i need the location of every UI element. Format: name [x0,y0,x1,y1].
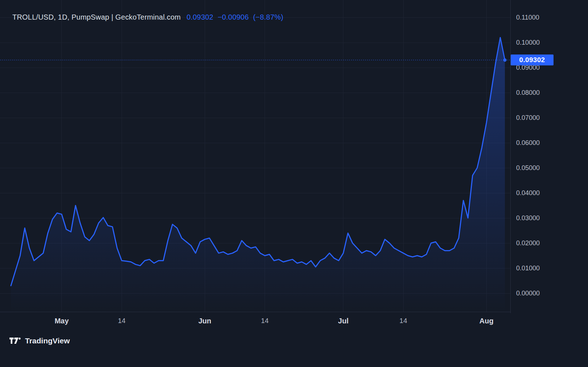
price-change: −0.00906 [218,13,249,21]
chart-legend[interactable]: TROLL/USD, 1D, PumpSwap | GeckoTerminal.… [12,13,283,21]
price-tick-label: 0.07000 [516,114,540,122]
time-tick-label: Jun [198,317,211,325]
time-tick-label: Jul [338,317,348,325]
tradingview-logo-icon [9,337,21,344]
time-tick-label: 14 [400,317,407,325]
current-price-tag: 0.09302 [511,55,554,65]
price-info: 0.09302 −0.00906 (−8.87%) [187,13,283,21]
price-tick-label: 0.03000 [516,214,540,222]
price-tick-label: 0.10000 [516,39,540,47]
tradingview-attribution-link[interactable]: TradingView [9,336,70,345]
price-tick-label: 0.06000 [516,139,540,147]
price-tick-label: 0.02000 [516,239,540,247]
tradingview-logo-text: TradingView [25,336,70,345]
price-tick-label: 0.01000 [516,264,540,272]
symbol-title: TROLL/USD, 1D, PumpSwap | GeckoTerminal.… [12,13,181,21]
time-tick-label: Aug [479,317,494,325]
price-tick-label: 0.08000 [516,89,540,97]
time-tick-label: 14 [261,317,269,325]
last-price: 0.09302 [187,13,213,21]
time-tick-label: 14 [118,317,126,325]
price-axis[interactable]: 0.110000.100000.090000.080000.070000.060… [510,0,588,313]
chart-canvas[interactable] [0,0,512,313]
price-chart[interactable] [0,0,512,313]
price-tick-label: 0.04000 [516,189,540,197]
time-tick-label: May [54,317,69,325]
price-change-percent: (−8.87%) [253,13,283,21]
price-tick-label: 0.11000 [516,13,539,21]
price-tick-label: 0.05000 [516,164,540,172]
price-tick-label: 0.00000 [516,289,540,297]
time-axis[interactable]: May14Jun14Jul14Aug [0,312,510,330]
